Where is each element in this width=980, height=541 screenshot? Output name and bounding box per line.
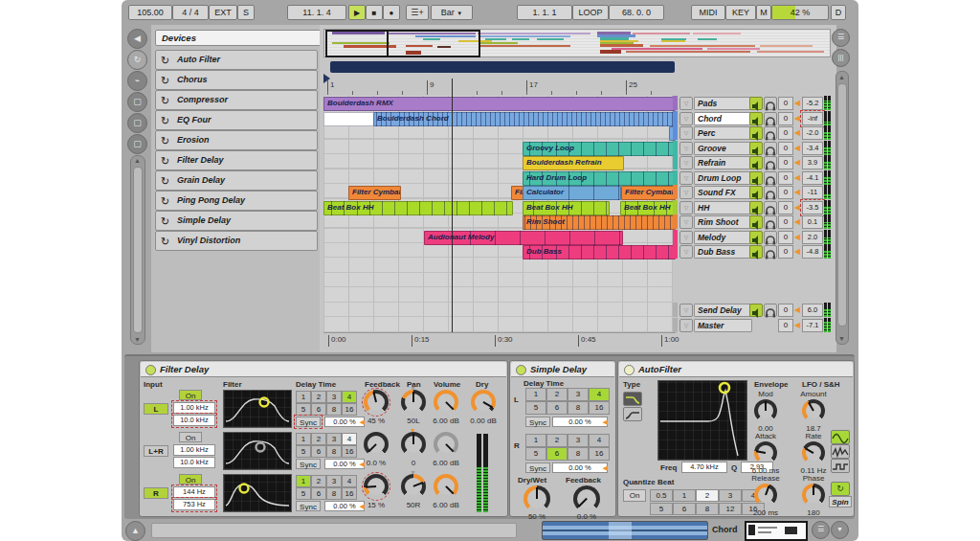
track-volume-field[interactable]: 2.0 [802,231,823,244]
l-delay-cell-6[interactable]: 6 [546,401,568,415]
feedback-knob[interactable] [364,474,389,499]
show-hide-detail-button[interactable]: ☰ [812,521,830,539]
clip-hard-drum-loop[interactable]: Hard Drum Loop [523,171,676,186]
delay-time-cell-2[interactable]: 2 [311,391,326,403]
track-volume-field[interactable]: -5.2 [802,97,823,110]
track-name[interactable]: Dub Bass [694,245,752,259]
clip-boulderdash-refrain[interactable]: Boulderdash Refrain [523,156,624,170]
freq-value-field[interactable]: 10.0 kHz [173,415,215,426]
loop-start-field[interactable]: 1. 1. 1 [517,5,572,20]
browser-selector-4[interactable]: ▢ [127,92,147,112]
track-header-rim-shoot[interactable]: ▽Rim Shoot0◀0.1 [673,214,831,230]
track-name[interactable]: Perc [694,126,752,140]
track-fold-button[interactable]: ▽ [679,142,693,155]
browser-item-compressor[interactable]: ↻Compressor [155,90,318,110]
r-delay-cell-5[interactable]: 5 [525,447,546,461]
beat-ruler[interactable]: 191725 [323,79,676,97]
r-delay-cell-6[interactable]: 6 [546,447,568,461]
track-activator-button[interactable] [749,97,763,110]
track-fold-button[interactable]: ▽ [679,97,693,110]
delay-time-cell-8[interactable]: 8 [326,445,342,458]
track-fold-button[interactable]: ▽ [679,215,693,229]
track-pan-field[interactable]: 0 [778,97,793,110]
delay-time-cell-2[interactable]: 2 [311,433,326,445]
delay-time-cell-4[interactable]: 4 [342,433,357,445]
clip-boulderdash-chord[interactable]: Boulderdash Chord [373,112,676,126]
track-volume-field[interactable]: 3.9 [802,156,823,169]
quantize-on-button[interactable]: On [623,489,646,502]
delay-time-cell-8[interactable]: 8 [326,487,342,500]
track-pan-field[interactable]: 0 [778,186,793,199]
sync-button[interactable]: Sync [296,501,321,511]
delay-time-cell-6[interactable]: 6 [311,403,326,416]
device-title-bar[interactable]: Filter Delay [141,362,506,377]
play-button[interactable]: ▶ [348,5,366,20]
arrangement-overview[interactable] [323,29,831,57]
sync-button[interactable]: Sync [525,417,550,427]
browser-item-ping-pong-delay[interactable]: ↻Ping Pong Delay [155,191,318,211]
delay-time-cell-3[interactable]: 3 [326,433,342,445]
track-solo-button[interactable] [764,126,777,140]
track-solo-button[interactable] [764,112,777,125]
spin-button[interactable]: Spin [829,496,852,507]
quantize-beat-cell-5[interactable]: 5 [650,503,673,515]
filter-on-button[interactable]: On [179,432,202,442]
track-lanes[interactable]: Boulderdash RMXBoulderdash ChordGroovy L… [323,96,673,332]
track-name[interactable]: Drum Loop [694,171,752,185]
track-solo-button[interactable] [764,245,777,259]
clip-calculator[interactable]: Calculator [523,186,621,200]
track-name[interactable]: Pads [694,97,752,110]
disk-overload-indicator[interactable]: D [831,5,846,20]
drywet-knob[interactable] [523,485,550,512]
rate-knob[interactable] [802,441,825,464]
r-delay-cell-1[interactable]: 1 [525,434,546,447]
track-volume-field[interactable]: -2.0 [802,126,823,140]
freq-value-field[interactable]: 10.0 kHz [173,457,215,468]
overview-view-rectangle[interactable] [325,30,480,57]
delay-time-cell-8[interactable]: 8 [326,403,342,416]
freq-field[interactable]: 4.70 kHz [681,462,727,473]
device-activator-led[interactable] [624,365,635,375]
sync-offset-field[interactable]: 0.00 %◀ [552,417,608,427]
l-delay-cell-4[interactable]: 4 [589,388,610,401]
scroll-up-icon[interactable]: ▲ [838,74,845,80]
quantize-beat-cell-1[interactable]: 1 [673,489,696,502]
sync-offset-field[interactable]: 0.00 %◀ [324,417,365,427]
track-volume-field[interactable]: 6.0 [802,304,823,317]
track-header-hh[interactable]: ▽HH0◀-3.5 [673,200,831,215]
delay-time-cell-16[interactable]: 16 [342,487,357,500]
browser-item-vinyl-distortion[interactable]: ↻Vinyl Distortion [155,231,318,251]
quantize-beat-cell-3[interactable]: 3 [719,489,742,502]
time-ruler[interactable]: 0:000:150:300:451:00 [323,332,676,349]
clip-filter-cymbal[interactable]: Filter Cymbal [621,186,676,200]
track-name[interactable]: HH [694,201,752,214]
track-pan-field[interactable]: 0 [778,126,793,140]
track-activator-button[interactable] [749,142,763,155]
scroll-down-icon[interactable]: ▼ [134,336,141,343]
track-pan-field[interactable]: 0 [778,201,793,214]
quantize-menu[interactable]: Bar ▼ [431,5,473,20]
track-header-refrain[interactable]: ▽Refrain0◀3.9 [673,155,831,170]
amount-knob[interactable] [802,399,825,422]
stereo-phase-button[interactable]: ↻ [831,482,850,496]
track-pan-field[interactable]: 0 [778,142,793,155]
track-volume-field[interactable]: -7.1 [802,319,823,332]
delay-time-cell-5[interactable]: 5 [296,403,311,416]
browser-item-eq-four[interactable]: ↻EQ Four [155,110,318,130]
track-pan-field[interactable]: 0 [778,156,793,169]
sync-offset-field[interactable]: 0.00 %◀ [552,462,608,473]
track-activator-button[interactable] [749,304,763,317]
phase-knob[interactable] [802,484,825,507]
track-name[interactable]: Sound FX [694,186,752,199]
feedback-knob[interactable] [364,432,389,457]
browser-item-grain-delay[interactable]: ↻Grain Delay [155,170,318,191]
l-delay-cell-3[interactable]: 3 [568,388,589,401]
scrollbar-thumb[interactable] [837,83,847,327]
quantize-beat-cell-0.5[interactable]: 0.5 [650,489,673,502]
delay-time-cell-4[interactable]: 4 [342,475,357,487]
filter-on-button[interactable]: On [179,390,202,400]
track-pan-field[interactable]: 0 [778,112,793,125]
track-header-perc[interactable]: ▽Perc0◀-2.0 [673,125,831,141]
filter-display[interactable] [223,390,292,428]
track-pan-field[interactable]: 0 [778,171,793,185]
